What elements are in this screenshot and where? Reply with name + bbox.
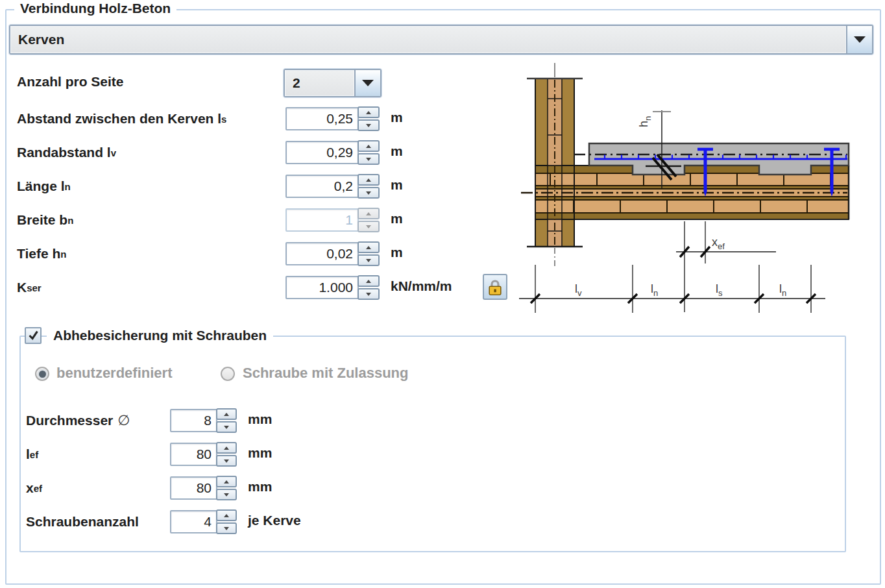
spin-up-button[interactable] bbox=[216, 509, 237, 521]
schraubenanzahl-input[interactable] bbox=[170, 510, 217, 533]
label-abstand-kerven: Abstand zwischen den Kerven ls bbox=[17, 107, 226, 130]
lock-icon bbox=[487, 278, 503, 296]
label-breite: Breite bn bbox=[17, 208, 73, 232]
anzahl-pro-seite-value: 2 bbox=[285, 70, 354, 96]
radio-schraube-mit-zulassung[interactable] bbox=[221, 367, 235, 381]
abhebesicherung-checkbox[interactable] bbox=[25, 327, 42, 344]
spin-down-button[interactable] bbox=[358, 153, 380, 165]
radio-dot bbox=[39, 371, 46, 378]
dim-label-ln1: ln bbox=[651, 282, 658, 298]
spin-down-button[interactable] bbox=[216, 522, 237, 534]
unit-label: m bbox=[391, 211, 403, 227]
spin-down-button[interactable] bbox=[358, 187, 380, 199]
spin-down-button[interactable] bbox=[358, 254, 380, 266]
spin-up-button[interactable] bbox=[216, 476, 237, 487]
page-title: Verbindung Holz-Beton bbox=[14, 1, 176, 16]
label-laenge: Länge ln bbox=[17, 175, 71, 198]
kser-input[interactable] bbox=[285, 276, 359, 299]
label-tiefe: Tiefe hn bbox=[17, 242, 66, 265]
spin-up-button[interactable] bbox=[358, 140, 380, 152]
construction-diagram: hn xef lv ln ls ln bbox=[513, 58, 885, 318]
randabstand-input[interactable] bbox=[285, 141, 359, 164]
connection-type-dropdown-button[interactable] bbox=[846, 26, 872, 53]
abstand-kerven-input[interactable] bbox=[285, 107, 359, 130]
spin-down-button[interactable] bbox=[358, 119, 380, 131]
label-anzahl-pro-seite: Anzahl pro Seite bbox=[17, 69, 124, 95]
breite-input bbox=[285, 208, 359, 232]
label-durchmesser: Durchmesser∅ bbox=[26, 409, 130, 432]
anzahl-pro-seite-select[interactable]: 2 bbox=[284, 69, 382, 97]
diameter-symbol: ∅ bbox=[117, 412, 130, 429]
label-xef: xef bbox=[26, 476, 42, 500]
label-randabstand: Randabstand lv bbox=[17, 141, 116, 164]
spin-up-button[interactable] bbox=[216, 442, 237, 454]
label-kser: Kser bbox=[17, 276, 42, 299]
spin-down-button[interactable] bbox=[216, 421, 237, 433]
dim-label-lv: lv bbox=[575, 282, 582, 298]
verbindung-panel: Verbindung Holz-Beton Kerven Anzahl pro … bbox=[0, 0, 885, 588]
kser-lock-button[interactable] bbox=[483, 274, 507, 300]
abhebesicherung-title: Abhebesicherung mit Schrauben bbox=[47, 326, 273, 345]
spin-down-button[interactable] bbox=[358, 288, 380, 300]
tiefe-input[interactable] bbox=[285, 242, 359, 265]
xef-input[interactable] bbox=[170, 476, 217, 500]
label-schraubenanzahl: Schraubenanzahl bbox=[26, 510, 139, 533]
chevron-down-icon bbox=[854, 36, 866, 43]
spin-down-button[interactable] bbox=[216, 455, 237, 467]
unit-label: kN/mm/m bbox=[391, 278, 452, 294]
anzahl-dropdown-button[interactable] bbox=[354, 70, 380, 96]
unit-label: je Kerve bbox=[248, 513, 301, 528]
checkmark-icon bbox=[26, 328, 40, 343]
unit-label: m bbox=[391, 143, 403, 159]
radio-schraube-mit-zulassung-label: Schraube mit Zulassung bbox=[243, 365, 409, 382]
connection-type-select[interactable]: Kerven bbox=[9, 25, 873, 55]
unit-label: mm bbox=[248, 479, 272, 495]
spin-up-button[interactable] bbox=[358, 174, 380, 186]
unit-label: m bbox=[391, 177, 403, 193]
lef-input[interactable] bbox=[170, 443, 217, 466]
dim-label-ls: ls bbox=[716, 282, 723, 298]
radio-benutzerdefiniert[interactable] bbox=[35, 367, 49, 381]
label-lef: lef bbox=[26, 443, 38, 466]
spin-up-button[interactable] bbox=[358, 106, 380, 118]
chevron-down-icon bbox=[362, 80, 374, 86]
radio-benutzerdefiniert-label: benutzerdefiniert bbox=[56, 365, 172, 382]
spin-up-button bbox=[358, 208, 380, 219]
laenge-input[interactable] bbox=[285, 175, 359, 198]
spin-up-button[interactable] bbox=[358, 275, 380, 287]
connection-type-value: Kerven bbox=[10, 26, 846, 53]
spin-down-button bbox=[358, 221, 380, 232]
spin-up-button[interactable] bbox=[216, 408, 237, 420]
spin-up-button[interactable] bbox=[358, 241, 380, 253]
unit-label: mm bbox=[248, 411, 272, 427]
durchmesser-input[interactable] bbox=[170, 409, 217, 432]
spin-down-button[interactable] bbox=[216, 489, 237, 500]
unit-label: m bbox=[391, 110, 403, 125]
dim-label-hn: hn bbox=[637, 116, 653, 127]
unit-label: mm bbox=[248, 445, 272, 461]
dim-label-xef: xef bbox=[712, 236, 725, 251]
unit-label: m bbox=[391, 245, 403, 260]
dim-label-ln2: ln bbox=[779, 282, 786, 298]
